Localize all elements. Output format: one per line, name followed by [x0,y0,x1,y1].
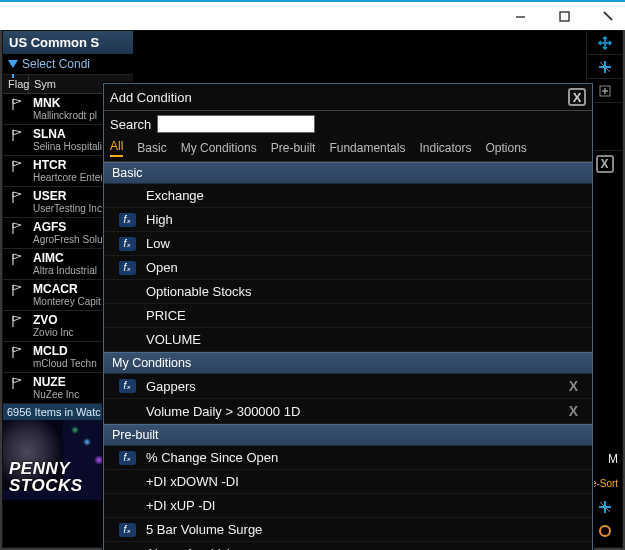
no-icon [118,309,136,323]
remove-condition-button[interactable]: X [563,378,584,394]
flag-icon[interactable] [3,187,29,204]
no-icon [118,404,136,418]
no-icon [118,547,136,551]
flag-icon[interactable] [3,125,29,142]
condition-item[interactable]: PRICE [104,304,592,328]
window-minimize-button[interactable] [507,5,533,27]
svg-point-35 [600,526,610,536]
tab-fundamentals[interactable]: Fundamentals [329,139,405,157]
svg-marker-7 [13,130,21,135]
fx-icon [118,261,136,275]
tab-all[interactable]: All [110,137,123,157]
column-flag-header[interactable]: Flag [3,75,29,93]
condition-item[interactable]: GappersX [104,374,592,399]
condition-label: Optionable Stocks [146,284,584,299]
side-close-box[interactable]: X [596,155,614,173]
condition-label: VOLUME [146,332,584,347]
condition-label: Low [146,236,584,251]
condition-label: Above Avg Volume [146,546,584,550]
flag-icon[interactable] [3,280,29,297]
svg-marker-21 [13,347,21,352]
svg-marker-9 [13,161,21,166]
dialog-titlebar[interactable]: Add Condition X [104,84,592,111]
condition-item[interactable]: Low [104,232,592,256]
side-cross-icon[interactable] [587,55,622,79]
no-icon [118,333,136,347]
tab-my-conditions[interactable]: My Conditions [181,139,257,157]
search-label: Search [110,117,151,132]
no-icon [118,475,136,489]
condition-label: % Change Since Open [146,450,584,465]
svg-marker-15 [13,254,21,259]
tab-options[interactable]: Options [485,139,526,157]
window-close-button[interactable] [595,5,621,27]
svg-rect-1 [560,12,569,21]
section-header[interactable]: Basic [104,162,592,184]
condition-item[interactable]: VOLUME [104,328,592,352]
section-header[interactable]: My Conditions [104,352,592,374]
banner-line2: STOCKS [9,476,83,495]
condition-label: Exchange [146,188,584,203]
tab-basic[interactable]: Basic [137,139,166,157]
flag-icon[interactable] [3,249,29,266]
flag-icon[interactable] [3,218,29,235]
add-condition-dialog: Add Condition X Search AllBasicMy Condit… [103,83,593,550]
condition-list[interactable]: BasicExchangeHighLowOpenOptionable Stock… [104,162,592,550]
app-area: US Common S Select Condi Flag Sym MNKMal… [2,30,623,548]
tab-pre-built[interactable]: Pre-built [271,139,316,157]
condition-item[interactable]: Volume Daily > 300000 1DX [104,399,592,424]
svg-marker-19 [13,316,21,321]
dialog-close-button[interactable]: X [568,88,586,106]
fx-icon [118,523,136,537]
svg-marker-23 [13,378,21,383]
condition-label: 5 Bar Volume Surge [146,522,584,537]
fx-icon [118,237,136,251]
condition-item[interactable]: Optionable Stocks [104,280,592,304]
condition-label: PRICE [146,308,584,323]
remove-condition-button[interactable]: X [563,403,584,419]
window-titlebar [0,0,625,30]
no-icon [118,189,136,203]
dialog-title: Add Condition [110,90,192,105]
svg-marker-11 [13,192,21,197]
condition-item[interactable]: +DI xUP -DI [104,494,592,518]
condition-label: Volume Daily > 300000 1D [146,404,553,419]
move-icon[interactable] [587,31,622,55]
svg-marker-5 [13,99,21,104]
condition-item[interactable]: Exchange [104,184,592,208]
flag-icon[interactable] [3,342,29,359]
svg-marker-13 [13,223,21,228]
condition-item[interactable]: High [104,208,592,232]
condition-label: +DI xDOWN -DI [146,474,584,489]
dialog-tabs: AllBasicMy ConditionsPre-builtFundamenta… [104,137,592,162]
condition-item[interactable]: Open [104,256,592,280]
funnel-icon [8,60,18,68]
fx-icon [118,379,136,393]
condition-item[interactable]: Above Avg Volume [104,542,592,550]
watchlist-title: US Common S [3,31,133,54]
fx-icon [118,451,136,465]
condition-item[interactable]: +DI xDOWN -DI [104,470,592,494]
condition-item[interactable]: 5 Bar Volume Surge [104,518,592,542]
window-maximize-button[interactable] [551,5,577,27]
flag-icon[interactable] [3,156,29,173]
no-icon [118,285,136,299]
no-icon [118,499,136,513]
svg-marker-17 [13,285,21,290]
flag-icon[interactable] [3,94,29,111]
section-header[interactable]: Pre-built [104,424,592,446]
condition-label: Open [146,260,584,275]
watchlist-filter-row[interactable]: Select Condi [3,54,133,75]
tab-indicators[interactable]: Indicators [419,139,471,157]
svg-line-3 [604,12,612,20]
fx-icon [118,213,136,227]
condition-item[interactable]: % Change Since Open [104,446,592,470]
dialog-search-row: Search [104,111,592,137]
condition-label: Gappers [146,379,553,394]
flag-icon[interactable] [3,311,29,328]
watchlist-filter-label: Select Condi [22,57,90,71]
condition-label: High [146,212,584,227]
condition-label: +DI xUP -DI [146,498,584,513]
search-input[interactable] [157,115,315,133]
flag-icon[interactable] [3,373,29,390]
